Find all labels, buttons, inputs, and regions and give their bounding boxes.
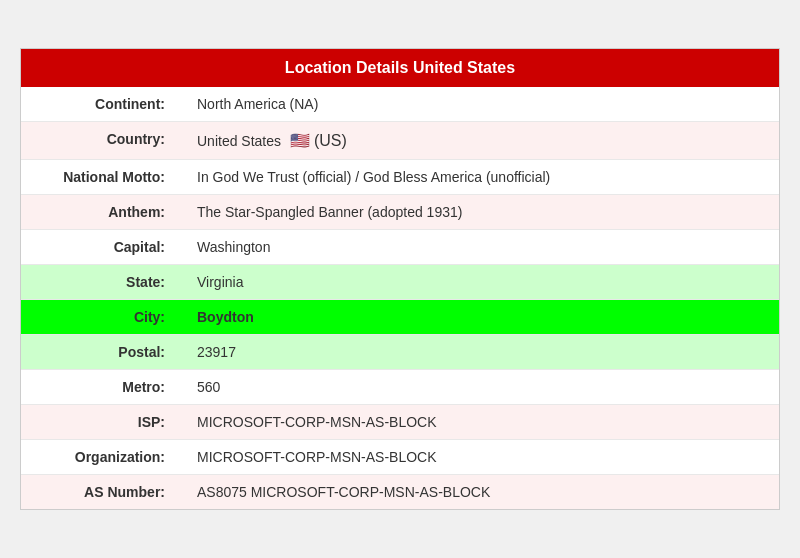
row-value: The Star-Spangled Banner (adopted 1931) xyxy=(181,195,779,230)
row-value: North America (NA) xyxy=(181,87,779,122)
table-row: City:Boydton xyxy=(21,300,779,335)
row-value: United States 🇺🇸 (US) xyxy=(181,122,779,160)
row-label: Postal: xyxy=(21,335,181,370)
row-label: Capital: xyxy=(21,230,181,265)
card-title: Location Details United States xyxy=(285,59,515,76)
table-row: Capital:Washington xyxy=(21,230,779,265)
table-row: Postal:23917 xyxy=(21,335,779,370)
table-row: Metro:560 xyxy=(21,370,779,405)
row-label: Organization: xyxy=(21,440,181,475)
table-row: Organization:MICROSOFT-CORP-MSN-AS-BLOCK xyxy=(21,440,779,475)
detail-table: Continent:North America (NA)Country:Unit… xyxy=(21,87,779,509)
row-label: Country: xyxy=(21,122,181,160)
row-label: Anthem: xyxy=(21,195,181,230)
row-label: State: xyxy=(21,265,181,300)
location-details-card: Location Details United States Continent… xyxy=(20,48,780,510)
row-label: National Motto: xyxy=(21,160,181,195)
table-row: National Motto:In God We Trust (official… xyxy=(21,160,779,195)
row-value: In God We Trust (official) / God Bless A… xyxy=(181,160,779,195)
row-value: Washington xyxy=(181,230,779,265)
table-row: Continent:North America (NA) xyxy=(21,87,779,122)
table-row: State:Virginia xyxy=(21,265,779,300)
row-value: 23917 xyxy=(181,335,779,370)
row-value: 560 xyxy=(181,370,779,405)
row-value: MICROSOFT-CORP-MSN-AS-BLOCK xyxy=(181,440,779,475)
row-label: City: xyxy=(21,300,181,335)
table-row: Anthem:The Star-Spangled Banner (adopted… xyxy=(21,195,779,230)
row-label: ISP: xyxy=(21,405,181,440)
table-row: Country:United States 🇺🇸 (US) xyxy=(21,122,779,160)
row-value: Boydton xyxy=(181,300,779,335)
row-label: Continent: xyxy=(21,87,181,122)
row-value: Virginia xyxy=(181,265,779,300)
table-row: AS Number:AS8075 MICROSOFT-CORP-MSN-AS-B… xyxy=(21,475,779,510)
table-row: ISP:MICROSOFT-CORP-MSN-AS-BLOCK xyxy=(21,405,779,440)
row-label: AS Number: xyxy=(21,475,181,510)
row-value: MICROSOFT-CORP-MSN-AS-BLOCK xyxy=(181,405,779,440)
row-value: AS8075 MICROSOFT-CORP-MSN-AS-BLOCK xyxy=(181,475,779,510)
card-header: Location Details United States xyxy=(21,49,779,87)
row-label: Metro: xyxy=(21,370,181,405)
